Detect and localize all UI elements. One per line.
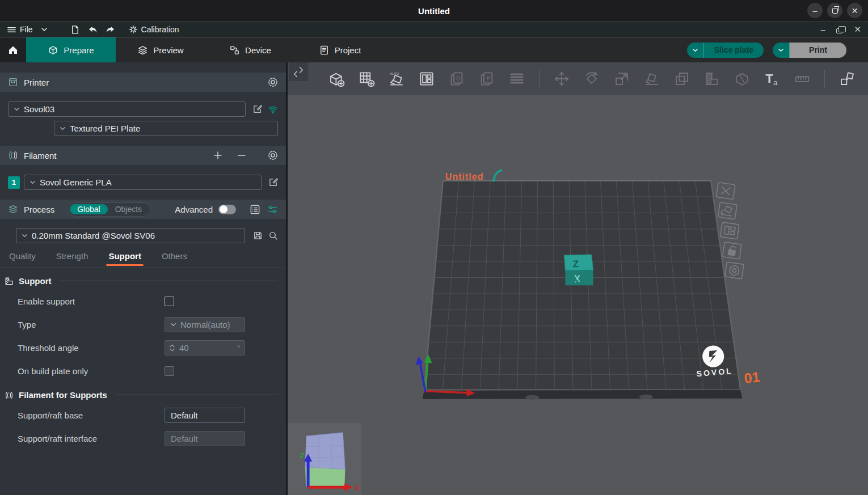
- printer-section-header: Printer: [0, 73, 286, 92]
- auto-orient-button[interactable]: AUTO: [385, 66, 408, 92]
- print-button[interactable]: Print: [773, 43, 846, 58]
- filament-section-title: Filament: [24, 151, 57, 160]
- measure-icon: [794, 70, 811, 87]
- printer-section-title: Printer: [24, 78, 49, 87]
- device-icon: [229, 45, 240, 56]
- paint-support-button: [701, 66, 723, 92]
- cut-icon: [734, 70, 751, 87]
- auto-orient-plate-icon[interactable]: [718, 202, 737, 219]
- plate-settings-icon[interactable]: [725, 262, 744, 279]
- process-preset-select[interactable]: 0.20mm Standard @Sovol SV06: [16, 228, 245, 243]
- advanced-toggle[interactable]: [218, 205, 236, 214]
- tab-preview[interactable]: Preview: [116, 37, 205, 62]
- printer-select[interactable]: Sovol03: [8, 101, 246, 117]
- parameter-tabs: Quality Strength Support Others: [0, 251, 286, 268]
- slice-plate-button[interactable]: Slice plate: [687, 43, 764, 58]
- parameter-tune-icon[interactable]: [267, 204, 278, 215]
- printer-name: Sovol03: [24, 104, 54, 114]
- edit-filament-button[interactable]: [268, 177, 278, 187]
- tab-project[interactable]: Project: [295, 37, 385, 62]
- slice-options-dropdown[interactable]: [687, 43, 704, 58]
- tab-prepare[interactable]: Prepare: [26, 37, 116, 62]
- svg-text:T: T: [765, 71, 773, 86]
- file-menu-dropdown[interactable]: [41, 26, 48, 33]
- filament-icon: [8, 150, 18, 160]
- lock-plate-icon[interactable]: [723, 242, 741, 259]
- tab-device-label: Device: [245, 45, 271, 55]
- tab-support[interactable]: Support: [108, 251, 141, 265]
- orientation-panel[interactable]: z x: [288, 423, 361, 495]
- scope-objects-button[interactable]: Objects: [108, 204, 149, 214]
- edit-plate-name-icon[interactable]: [491, 171, 504, 181]
- print-options-dropdown[interactable]: [773, 43, 790, 58]
- calibration-menu[interactable]: Calibration: [129, 25, 179, 34]
- filament-settings-gear-icon[interactable]: [268, 150, 278, 160]
- window-close-button[interactable]: ✕: [847, 3, 862, 18]
- object-top-mark: Z: [572, 259, 579, 270]
- filament-supports-group-title: Filament for Supports: [19, 390, 107, 400]
- redo-icon: [106, 25, 115, 35]
- 3d-viewport[interactable]: AUTO0PTa Untitled: [288, 62, 868, 495]
- arrange-plate-icon[interactable]: [720, 222, 739, 239]
- remove-filament-icon[interactable]: [237, 151, 246, 160]
- build-plate[interactable]: [423, 181, 743, 400]
- viewport-canvas[interactable]: Untitled Z: [288, 62, 868, 495]
- enable-support-checkbox[interactable]: [165, 297, 174, 306]
- support-raft-base-select[interactable]: Default: [165, 408, 245, 423]
- project-icon: [319, 45, 330, 56]
- text-button[interactable]: Ta: [761, 66, 783, 92]
- svg-text:P: P: [486, 75, 491, 82]
- plate-type-select[interactable]: Textured PEI Plate: [54, 121, 278, 136]
- window-restore-button[interactable]: [827, 3, 842, 18]
- file-menu[interactable]: File: [7, 25, 33, 35]
- arrange-button[interactable]: [415, 66, 438, 92]
- process-icon: [8, 204, 18, 214]
- plate-name-label[interactable]: Untitled: [445, 171, 504, 181]
- add-plate-button[interactable]: [355, 66, 378, 92]
- tab-strength[interactable]: Strength: [56, 251, 89, 265]
- rotate-button: [580, 66, 603, 92]
- undo-button[interactable]: [88, 25, 98, 35]
- overlap-windows-icon[interactable]: [836, 28, 842, 33]
- support-raft-base-value: Default: [171, 411, 198, 420]
- filament-select[interactable]: Sovol Generic PLA: [24, 175, 262, 190]
- tab-others[interactable]: Others: [162, 251, 187, 265]
- chevron-down-icon: [778, 47, 784, 53]
- add-object-button[interactable]: [325, 66, 348, 92]
- support-group-icon: [5, 277, 14, 286]
- printer-settings-gear-icon[interactable]: [268, 77, 278, 87]
- redo-button[interactable]: [106, 25, 115, 35]
- svg-text:0: 0: [456, 75, 460, 82]
- collapse-sidebar-button[interactable]: [289, 62, 308, 81]
- object-list-button: [505, 66, 528, 92]
- save-preset-button[interactable]: [253, 231, 263, 240]
- delete-plate-icon[interactable]: [717, 183, 735, 200]
- save-project-button[interactable]: [70, 25, 80, 35]
- advanced-label: Advanced: [175, 205, 213, 214]
- plate-number: 01: [743, 369, 761, 386]
- main-tabbar: Prepare Preview Device Project Slice pla…: [0, 37, 868, 62]
- model-object[interactable]: Z: [564, 255, 593, 285]
- tab-device[interactable]: Device: [205, 37, 295, 62]
- edit-printer-button[interactable]: [252, 104, 262, 114]
- process-section-header: Process Global Objects Advanced: [0, 200, 286, 219]
- app-close-button[interactable]: ✕: [854, 24, 861, 35]
- app-minimize-button[interactable]: –: [821, 25, 825, 34]
- settings-sidebar: Printer Sovol03 Textured: [0, 62, 288, 495]
- search-preset-button[interactable]: [268, 231, 278, 240]
- print-label: Print: [809, 45, 827, 54]
- calibration-icon: [129, 25, 138, 34]
- copy-button: 0: [445, 66, 468, 92]
- printer-connection-button[interactable]: [268, 105, 278, 114]
- split-assembly-button[interactable]: [836, 66, 858, 92]
- spinner-up-icon: [170, 344, 175, 348]
- scope-global-button[interactable]: Global: [70, 204, 107, 214]
- clone-icon: [673, 70, 690, 87]
- parameter-list-icon[interactable]: [250, 204, 260, 215]
- support-type-value: Normal(auto): [180, 320, 230, 329]
- home-button[interactable]: [0, 37, 26, 62]
- window-minimize-button[interactable]: –: [807, 3, 823, 18]
- tab-quality[interactable]: Quality: [9, 251, 36, 265]
- add-filament-icon[interactable]: [213, 151, 222, 160]
- scale-button: [610, 66, 633, 92]
